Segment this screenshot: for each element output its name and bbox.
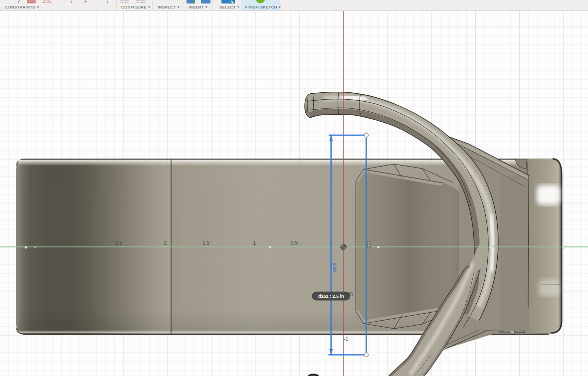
svg-text:5: 5 [350, 292, 353, 297]
svg-text:d161 : 2.5 in: d161 : 2.5 in [318, 294, 344, 299]
svg-text:0.5: 0.5 [291, 240, 298, 246]
svg-text:2.5: 2.5 [115, 240, 122, 246]
svg-text:2.50: 2.50 [332, 263, 337, 272]
svg-text:1: 1 [253, 240, 256, 246]
svg-text:1.5: 1.5 [202, 240, 209, 246]
svg-text:2: 2 [164, 240, 167, 246]
svg-text:-1: -1 [344, 336, 349, 342]
